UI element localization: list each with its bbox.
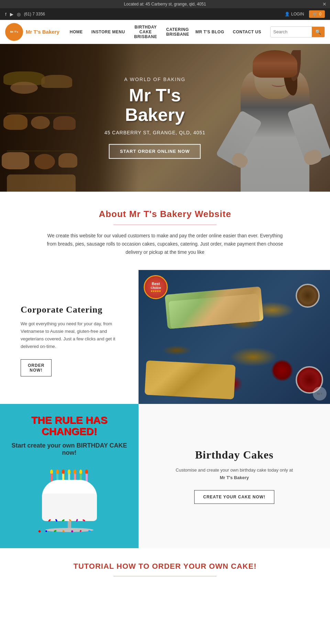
flame-2 xyxy=(56,470,59,474)
instagram-icon[interactable]: ◎ xyxy=(17,12,21,17)
rule-changed-headline: THE RULE HAS CHANGED! xyxy=(7,414,132,437)
catering-section: Corporate Catering We got everything you… xyxy=(0,270,330,404)
top-bar: Located at: 45 Carberry st, grange, qld,… xyxy=(0,0,330,8)
cake-stand-pole xyxy=(68,521,71,528)
birthday-description: Customise and create your own birthday c… xyxy=(176,466,293,482)
cake-base-layer xyxy=(42,494,97,521)
cart-button[interactable]: 🛒 0 xyxy=(309,10,325,18)
catering-right: Best Choice ★★★★★ Mr T xyxy=(139,270,330,404)
nav-contact[interactable]: CONTACT US xyxy=(229,27,265,37)
about-title: About Mr T's Bakery Website xyxy=(21,209,309,219)
search-box: 🔍 xyxy=(270,26,325,37)
catering-title: Corporate Catering xyxy=(21,305,125,315)
location-text: Located at: 45 Carberry st, grange, qld,… xyxy=(124,2,206,7)
hero-content: A WORLD OF BAKING Mr T's Bakery 45 CARBE… xyxy=(104,77,206,159)
birthday-section: THE RULE HAS CHANGED! Start create your … xyxy=(0,404,330,548)
logo-circle: Mr T's xyxy=(5,23,23,41)
best-choice-badge-line2: Choice xyxy=(151,286,161,290)
flame-5 xyxy=(74,470,76,474)
birthday-right-panel: Birthday Cakes Customise and create your… xyxy=(139,404,330,548)
person-icon: 👤 xyxy=(285,12,290,16)
start-create-text: Start create your own BIRTHDAY CAKE now! xyxy=(7,442,132,456)
tutorial-section: Tutorial How To Order Your Own Cake! xyxy=(0,548,330,583)
catering-food-image: Best Choice ★★★★★ Mr T xyxy=(139,270,330,404)
catering-order-button[interactable]: ORDER NOW! xyxy=(21,359,52,376)
about-section: About Mr T's Bakery Website We create th… xyxy=(0,192,330,270)
facebook-icon[interactable]: f xyxy=(5,12,7,17)
catering-left: Corporate Catering We got everything you… xyxy=(0,270,139,404)
close-icon[interactable]: ✕ xyxy=(322,1,327,7)
nav-catering[interactable]: CATERING BRISBANE xyxy=(163,24,190,39)
best-choice-badge-line1: Best xyxy=(151,282,161,286)
navbar: Mr T's Mr T's Bakery HOME INSTORE MENU B… xyxy=(0,20,330,44)
tutorial-title: Tutorial How To Order Your Own Cake! xyxy=(21,562,309,571)
cart-icon: 🛒 xyxy=(312,12,318,16)
hero-subtitle: A WORLD OF BAKING xyxy=(104,77,206,82)
youtube-icon[interactable]: ▶ xyxy=(10,12,13,17)
hero-cta-button[interactable]: START ORDER ONLINE NOW xyxy=(109,144,201,159)
about-divider xyxy=(113,225,217,225)
catering-body: We got everything you need for your day,… xyxy=(21,320,125,350)
nav-links: HOME INSTORE MENU BIRTHDAY CAKE BRISBANE… xyxy=(66,22,270,42)
nav-home[interactable]: HOME xyxy=(66,27,86,37)
flame-3 xyxy=(62,470,65,474)
flame-7 xyxy=(85,470,88,474)
birthday-left-panel: THE RULE HAS CHANGED! Start create your … xyxy=(0,404,139,548)
nav-blog[interactable]: MR T'S BLOG xyxy=(192,27,228,37)
create-cake-button[interactable]: CREATE YOUR CAKE NOW! xyxy=(194,490,274,504)
nav-instore-menu[interactable]: INSTORE MENU xyxy=(88,27,129,37)
social-bar: f ▶ ◎ (61) 7 3356 👤 LOGIN 🛒 0 xyxy=(0,8,330,20)
cake-visual xyxy=(35,463,104,532)
tutorial-divider xyxy=(113,576,217,576)
brand-name: Mr T's Bakery xyxy=(26,29,59,35)
flame-6 xyxy=(79,470,82,474)
phone-number: (61) 7 3356 xyxy=(24,12,45,16)
hero-address: 45 CARBERRY ST, GRANGE, QLD, 4051 xyxy=(104,130,206,136)
about-body: We create this website for our valued cu… xyxy=(45,232,285,256)
hero-section: A WORLD OF BAKING Mr T's Bakery 45 CARBE… xyxy=(0,44,330,192)
birthday-cakes-title: Birthday Cakes xyxy=(195,449,273,461)
login-area: 👤 LOGIN 🛒 0 xyxy=(285,10,325,18)
flame-1 xyxy=(50,470,53,474)
hero-title: Mr T's Bakery xyxy=(104,86,206,125)
search-input[interactable] xyxy=(271,27,312,37)
nav-birthday-cake[interactable]: BIRTHDAY CAKE BRISBANE xyxy=(130,22,161,42)
search-button[interactable]: 🔍 xyxy=(312,27,324,37)
login-button[interactable]: 👤 LOGIN xyxy=(285,12,304,16)
flame-4 xyxy=(68,470,70,474)
logo-area[interactable]: Mr T's Mr T's Bakery xyxy=(5,23,59,41)
confetti xyxy=(35,530,104,534)
